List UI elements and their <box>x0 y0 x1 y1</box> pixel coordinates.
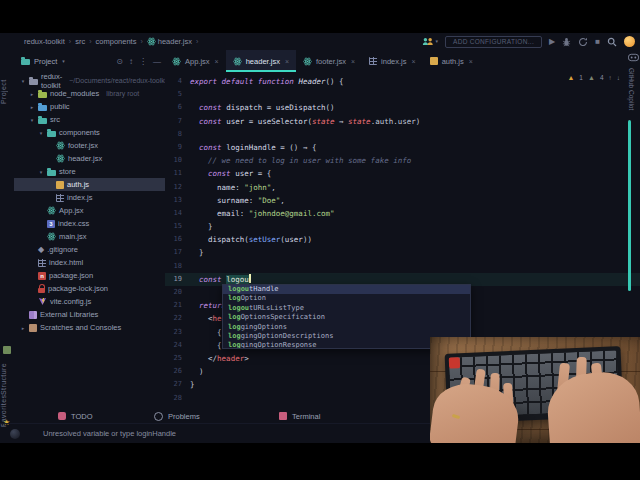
tree-expand-icon[interactable]: ▾ <box>38 130 44 136</box>
code-line-14[interactable]: 14 email: "johndoe@gmail.com" <box>165 207 640 220</box>
tool-window-button-todo[interactable]: TODO <box>58 408 93 424</box>
tab-close-icon[interactable]: × <box>215 58 219 65</box>
tree-item-components[interactable]: ▾components <box>14 126 165 139</box>
inspections-widget[interactable]: ▲ 1 ▲ 4 ↑ ↓ <box>567 74 620 81</box>
letterbox-bottom <box>0 443 640 480</box>
tree-item-public[interactable]: ▸public <box>14 100 165 113</box>
code-line-6[interactable]: 6 const dispatch = useDispatch() <box>165 101 640 114</box>
idx-icon <box>38 259 46 267</box>
status-ball-icon[interactable] <box>10 429 20 439</box>
completion-item-loggingoptions[interactable]: loggingOptions <box>223 323 470 332</box>
next-problem-icon[interactable]: ↓ <box>617 74 620 81</box>
code-line-18[interactable]: 18 <box>165 260 640 273</box>
hide-panel-icon[interactable]: — <box>153 57 161 66</box>
tree-item-main-jsx[interactable]: main.jsx <box>14 230 165 243</box>
tree-item-src[interactable]: ▾src <box>14 113 165 126</box>
breadcrumb-item[interactable]: header.jsx <box>147 37 192 46</box>
code-line-10[interactable]: 10 // we need to log in user with some f… <box>165 154 640 167</box>
tree-item-footer-jsx[interactable]: footer.jsx <box>14 139 165 152</box>
panel-header-icons: ⊙ ↕ ⋮ — <box>116 57 161 66</box>
tree-item-header-jsx[interactable]: header.jsx <box>14 152 165 165</box>
tree-item-package-lock-json[interactable]: package-lock.json <box>14 282 165 295</box>
collaborators-icon[interactable]: ▾ <box>422 37 438 46</box>
tree-item-external-libraries[interactable]: External Libraries <box>14 308 165 321</box>
tree-item-label: .gitignore <box>47 245 78 254</box>
git-icon <box>38 246 44 254</box>
line-number: 16 <box>165 233 182 246</box>
tree-item-auth-js[interactable]: auth.js <box>14 178 165 191</box>
code-line-17[interactable]: 17 } <box>165 246 640 259</box>
tree-expand-icon[interactable]: ▸ <box>20 325 26 331</box>
search-everywhere-icon[interactable] <box>607 37 617 47</box>
code-line-11[interactable]: 11 const user = { <box>165 167 640 180</box>
tree-item-store[interactable]: ▾store <box>14 165 165 178</box>
tab-close-icon[interactable]: × <box>351 58 355 65</box>
scratch-icon <box>29 324 37 332</box>
code-line-16[interactable]: 16 dispatch(setUser(user)) <box>165 233 640 246</box>
code-line-12[interactable]: 12 name: "john", <box>165 181 640 194</box>
panel-options-icon[interactable]: ⋮ <box>139 57 147 66</box>
line-number: 8 <box>165 128 182 141</box>
editor-scrollbar[interactable] <box>628 120 631 291</box>
run-icon[interactable]: ▶ <box>549 38 555 46</box>
tree-expand-icon[interactable]: ▸ <box>29 104 35 110</box>
tree-item-index-css[interactable]: index.css <box>14 217 165 230</box>
add-configuration-button[interactable]: ADD CONFIGURATION... <box>445 36 542 48</box>
chevron-down-icon[interactable]: ▾ <box>62 58 65 64</box>
avatar[interactable] <box>624 36 635 47</box>
rerun-icon[interactable] <box>578 37 588 47</box>
tree-expand-icon[interactable]: ▸ <box>29 91 35 97</box>
tool-stripe-project[interactable]: Project <box>0 72 14 112</box>
tree-item-app-jsx[interactable]: App.jsx <box>14 204 165 217</box>
tree-item-package-json[interactable]: package.json <box>14 269 165 282</box>
completion-item-logouturlslisttype[interactable]: logoutURLsListType <box>223 304 470 313</box>
completion-item-logoptionsspecification[interactable]: logOptionsSpecification <box>223 313 470 322</box>
tab-header-jsx[interactable]: header.jsx× <box>226 50 296 72</box>
code-line-15[interactable]: 15 } <box>165 220 640 233</box>
project-panel-title[interactable]: Project <box>34 57 57 66</box>
completion-item-logoption[interactable]: logOption <box>223 294 470 303</box>
tree-item-index-html[interactable]: index.html <box>14 256 165 269</box>
prev-problem-icon[interactable]: ↑ <box>609 74 612 81</box>
tool-window-button-terminal[interactable]: Terminal <box>279 408 320 424</box>
github-copilot-icon[interactable] <box>628 53 639 62</box>
structure-icon[interactable] <box>3 346 11 354</box>
tab-close-icon[interactable]: × <box>469 58 473 65</box>
breadcrumb-item[interactable]: src <box>75 37 85 46</box>
tree-expand-icon[interactable]: ▾ <box>20 78 26 84</box>
tree-item-scratches-and-consoles[interactable]: ▸Scratches and Consoles <box>14 321 165 334</box>
tab-index-js[interactable]: index.js× <box>362 50 423 72</box>
code-line-9[interactable]: 9 const loginHandle = () ⇒ { <box>165 141 640 154</box>
tab-footer-jsx[interactable]: footer.jsx× <box>296 50 362 72</box>
tab-auth-js[interactable]: auth.js× <box>423 50 480 72</box>
line-text: export default function Header() { <box>182 75 344 88</box>
tree-item-index-js[interactable]: index.js <box>14 191 165 204</box>
tree-item-label: auth.js <box>67 180 89 189</box>
tree-item-redux-toolkit[interactable]: ▾redux-toolkit~/Documents/react/redux-to… <box>14 74 165 87</box>
tree-item-label: package-lock.json <box>48 284 108 293</box>
tree-item-node-modules[interactable]: ▸node_moduleslibrary root <box>14 87 165 100</box>
left-tool-stripe: Project Structure Favorites ★ <box>0 50 14 443</box>
tab-close-icon[interactable]: × <box>412 58 416 65</box>
code-line-8[interactable]: 8 <box>165 128 640 141</box>
breadcrumb-item[interactable]: redux-toolkit <box>24 37 65 46</box>
breadcrumb-item[interactable]: components <box>96 37 137 46</box>
collapse-all-icon[interactable]: ↕ <box>129 57 133 66</box>
tool-window-button-problems[interactable]: Problems <box>154 408 200 424</box>
line-number: 23 <box>165 326 182 339</box>
code-line-7[interactable]: 7 const user = useSelector(state ⇒ state… <box>165 115 640 128</box>
debug-icon[interactable] <box>562 37 571 47</box>
completion-item-logouthandle[interactable]: logoutHandle <box>223 285 470 294</box>
folder-green-icon <box>38 92 47 98</box>
tab-app-jsx[interactable]: App.jsx× <box>165 50 226 72</box>
locate-icon[interactable]: ⊙ <box>116 57 123 66</box>
code-line-5[interactable]: 5 <box>165 88 640 101</box>
stop-icon[interactable]: ■ <box>595 38 600 46</box>
tree-expand-icon[interactable]: ▾ <box>38 169 44 175</box>
tree-item-vite-config-js[interactable]: vite.config.js <box>14 295 165 308</box>
tree-expand-icon[interactable]: ▾ <box>29 117 35 123</box>
tool-stripe-copilot[interactable]: GitHub Copilot <box>628 68 635 110</box>
tree-item--gitignore[interactable]: .gitignore <box>14 243 165 256</box>
tab-close-icon[interactable]: × <box>285 58 289 65</box>
code-line-13[interactable]: 13 surname: "Doe", <box>165 194 640 207</box>
